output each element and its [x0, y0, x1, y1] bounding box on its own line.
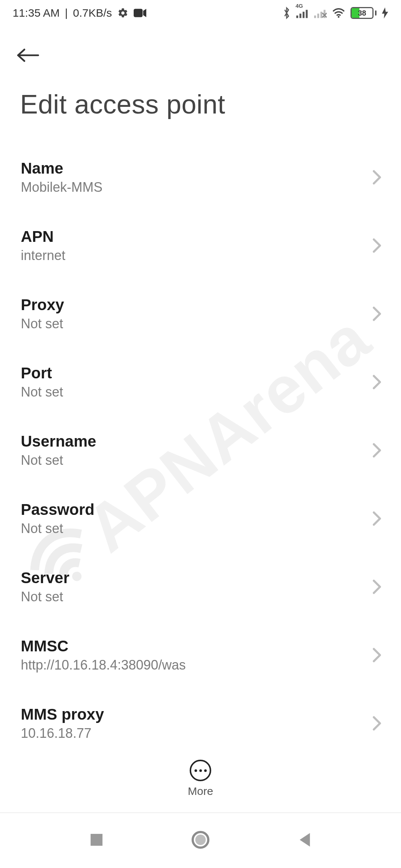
setting-value: Not set	[21, 521, 94, 536]
status-right: 4G 38	[282, 7, 388, 19]
setting-row-password[interactable]: Password Not set	[0, 484, 401, 553]
chevron-right-icon	[372, 715, 382, 731]
setting-value: Mobilek-MMS	[21, 180, 102, 195]
status-left: 11:35 AM | 0.7KB/s	[13, 7, 146, 19]
setting-label: Name	[21, 160, 102, 177]
signal-network-tag: 4G	[296, 3, 303, 9]
setting-label: Port	[21, 364, 63, 382]
setting-row-apn[interactable]: APN internet	[0, 211, 401, 280]
setting-row-mms-proxy[interactable]: MMS proxy 10.16.18.77	[0, 689, 401, 757]
bluetooth-icon	[282, 7, 291, 19]
setting-row-proxy[interactable]: Proxy Not set	[0, 280, 401, 348]
setting-label: APN	[21, 228, 65, 246]
chevron-right-icon	[372, 579, 382, 595]
setting-value: Not set	[21, 453, 96, 468]
chevron-right-icon	[372, 237, 382, 254]
setting-value: Not set	[21, 316, 64, 332]
svg-rect-6	[317, 14, 319, 18]
setting-value: http://10.16.18.4:38090/was	[21, 657, 186, 673]
signal-sim1-icon: 4G	[296, 8, 309, 18]
settings-scroll-area[interactable]: APNArena Name Mobilek-MMS APN internet P…	[0, 131, 401, 786]
circle-icon	[191, 831, 210, 851]
setting-row-mmsc[interactable]: MMSC http://10.16.18.4:38090/was	[0, 621, 401, 689]
setting-label: Proxy	[21, 296, 64, 314]
setting-label: MMS proxy	[21, 706, 104, 723]
battery-percent: 38	[352, 8, 372, 18]
svg-rect-0	[134, 9, 143, 17]
chevron-right-icon	[372, 374, 382, 390]
svg-rect-1	[296, 16, 298, 18]
status-bar: 11:35 AM | 0.7KB/s 4G	[0, 0, 401, 24]
svg-rect-3	[303, 12, 304, 18]
setting-label: MMSC	[21, 637, 186, 655]
status-net-speed: 0.7KB/s	[73, 7, 112, 19]
triangle-left-icon	[297, 832, 312, 849]
page-title: Edit access point	[0, 73, 401, 131]
svg-rect-14	[91, 834, 102, 846]
more-button[interactable]: More	[188, 760, 213, 798]
signal-sim2-icon	[314, 8, 327, 18]
setting-row-name[interactable]: Name Mobilek-MMS	[0, 143, 401, 211]
setting-row-username[interactable]: Username Not set	[0, 416, 401, 484]
system-nav-bar	[0, 812, 401, 868]
settings-list: Name Mobilek-MMS APN internet Proxy Not …	[0, 131, 401, 757]
chevron-right-icon	[372, 647, 382, 663]
svg-rect-4	[306, 10, 308, 18]
setting-label: Server	[21, 569, 69, 587]
wifi-icon	[332, 7, 345, 19]
svg-point-16	[195, 835, 206, 845]
battery-icon: 38	[351, 7, 376, 19]
video-camera-icon	[134, 9, 146, 17]
charging-bolt-icon	[382, 7, 388, 19]
setting-label: Username	[21, 433, 96, 450]
setting-value: Not set	[21, 589, 69, 605]
chevron-right-icon	[372, 510, 382, 527]
nav-recents-button[interactable]	[85, 829, 108, 852]
svg-rect-2	[300, 14, 301, 18]
more-label: More	[188, 785, 213, 798]
arrow-left-icon	[16, 47, 39, 65]
svg-rect-5	[314, 16, 316, 18]
settings-gear-icon	[117, 7, 128, 19]
svg-point-11	[338, 16, 340, 18]
nav-back-button[interactable]	[293, 829, 316, 852]
square-icon	[89, 832, 104, 849]
chevron-right-icon	[372, 169, 382, 185]
status-separator: |	[65, 7, 68, 19]
setting-value: 10.16.18.77	[21, 726, 104, 741]
app-bar	[0, 24, 401, 73]
chevron-right-icon	[372, 306, 382, 322]
setting-row-server[interactable]: Server Not set	[0, 553, 401, 621]
setting-row-port[interactable]: Port Not set	[0, 348, 401, 416]
nav-home-button[interactable]	[189, 829, 212, 852]
more-dots-icon	[190, 760, 211, 781]
back-button[interactable]	[16, 43, 42, 69]
setting-label: Password	[21, 501, 94, 519]
setting-value: Not set	[21, 384, 63, 400]
chevron-right-icon	[372, 442, 382, 458]
setting-value: internet	[21, 248, 65, 263]
status-time: 11:35 AM	[13, 7, 60, 19]
